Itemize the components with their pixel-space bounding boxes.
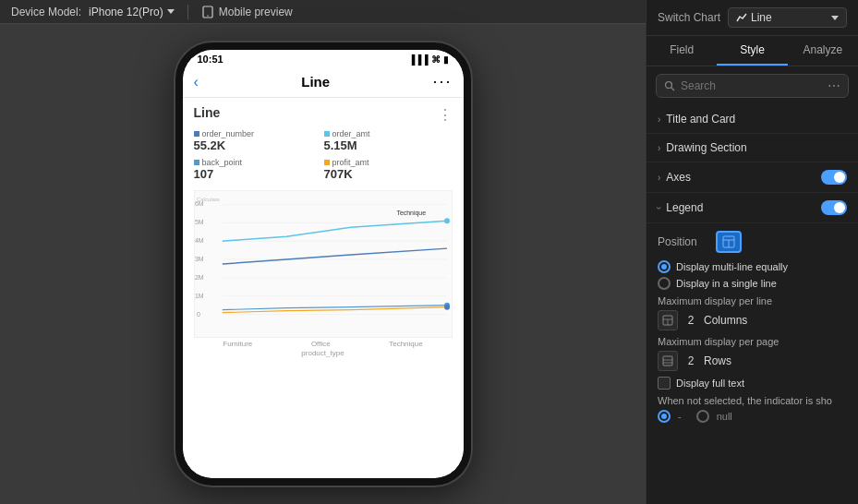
search-icon: [664, 80, 675, 91]
order-amt-value: 5.15M: [324, 138, 453, 152]
chart-heading: Line: [194, 105, 221, 120]
divider: [187, 5, 188, 19]
x-label-office: Office: [311, 340, 331, 348]
back-point-value: 107: [194, 167, 322, 181]
switch-chart-bar: Switch Chart Line: [647, 0, 858, 36]
metric-order-amt: order_amt 5.15M: [324, 127, 453, 154]
chevron-right-icon-3: ›: [658, 173, 660, 183]
position-layout-icon: [722, 235, 735, 248]
metric-order-number: order_number 55.2K: [194, 127, 322, 154]
metric-back-point: back_point 107: [194, 156, 322, 183]
svg-point-1: [207, 15, 208, 16]
device-model-label: Device Model:: [11, 6, 81, 18]
phone-screen: 10:51 ▐▐▐ ⌘ ▮ ‹ Line ··· Line: [183, 50, 464, 478]
legend-toggle[interactable]: [821, 200, 847, 215]
display-full-text-checkbox[interactable]: [658, 377, 671, 390]
search-more-button[interactable]: ⋯: [828, 78, 840, 93]
legend-section: Position Display multi-line equally Disp…: [647, 223, 858, 430]
axes-toggle[interactable]: [821, 170, 847, 185]
tabs-row: Field Style Analyze: [647, 36, 858, 66]
preview-content: 10:51 ▐▐▐ ⌘ ▮ ‹ Line ··· Line: [0, 24, 646, 504]
svg-rect-29: [663, 356, 672, 366]
phone-time: 10:51: [198, 54, 224, 65]
svg-line-22: [671, 88, 674, 90]
section-title-and-card[interactable]: › Title and Card: [647, 105, 858, 134]
svg-text:4M: 4M: [195, 237, 204, 244]
section-drawing-label: Drawing Section: [666, 141, 847, 154]
svg-text:Technique: Technique: [396, 210, 426, 217]
status-icons: ▐▐▐ ⌘ ▮: [408, 54, 448, 65]
tab-style[interactable]: Style: [717, 36, 787, 66]
section-drawing-section[interactable]: › Drawing Section: [647, 134, 858, 162]
switch-chart-label: Switch Chart: [658, 11, 720, 24]
stepper-icon-lines: [658, 310, 678, 330]
null-radio-dash-label: -: [678, 411, 682, 422]
chart-type-chevron: [831, 16, 839, 20]
display-full-text-label: Display full text: [676, 378, 744, 389]
tab-analyze[interactable]: Analyze: [788, 36, 858, 66]
line-chart-icon: [736, 12, 747, 23]
order-number-label: order_number: [202, 129, 255, 138]
section-axes[interactable]: › Axes: [647, 162, 858, 193]
profit-amt-dot: [324, 160, 330, 165]
radio-multi-line-circle[interactable]: [658, 260, 671, 273]
position-icon-button[interactable]: [716, 231, 742, 253]
display-full-text-row[interactable]: Display full text: [658, 377, 847, 390]
radio-multi-line[interactable]: Display multi-line equally: [658, 260, 847, 273]
order-amt-label: order_amt: [332, 129, 370, 138]
phone-mockup: 10:51 ▐▐▐ ⌘ ▮ ‹ Line ··· Line: [175, 42, 471, 486]
back-point-dot: [194, 160, 199, 165]
chart-options-icon[interactable]: ⋮: [438, 106, 453, 124]
null-radio-null-label: null: [717, 411, 732, 422]
section-legend[interactable]: › Legend: [647, 193, 858, 223]
svg-text:2M: 2M: [195, 274, 204, 281]
metric-profit-amt: profit_amt 707K: [324, 156, 453, 183]
search-input[interactable]: [681, 79, 822, 92]
device-model-button[interactable]: iPhone 12(Pro): [89, 6, 175, 18]
back-point-label: back_point: [202, 158, 243, 167]
phone-more-button[interactable]: ···: [432, 72, 452, 91]
position-label: Position: [658, 235, 708, 248]
mobile-preview-button[interactable]: Mobile preview: [201, 6, 293, 18]
metrics-grid: order_number 55.2K order_amt 5.15M: [194, 127, 453, 183]
max-per-page-label: Maximum display per page: [658, 336, 847, 347]
x-label-technique: Technique: [389, 340, 422, 348]
max-per-page-stepper: 2 Rows: [658, 351, 847, 371]
stepper-list-icon: [662, 315, 673, 326]
null-radio-null-circle[interactable]: [696, 410, 709, 423]
svg-text:5M: 5M: [195, 219, 204, 225]
chart-type-label: Line: [751, 11, 772, 24]
stepper-rows-icon: [662, 355, 673, 366]
order-number-value: 55.2K: [194, 138, 322, 152]
max-per-page-suffix: Rows: [704, 354, 731, 367]
chart-area: 6M 5M 4M 3M 2M 1M 0 Calculate Technique: [194, 190, 453, 338]
radio-single-line-circle[interactable]: [658, 277, 671, 290]
radio-single-line[interactable]: Display in a single line: [658, 277, 847, 290]
tab-field[interactable]: Field: [647, 36, 717, 66]
max-per-page-value: 2: [683, 354, 698, 367]
chevron-down-icon: [167, 9, 175, 14]
max-per-line-label: Maximum display per line: [658, 295, 847, 306]
mobile-icon: [201, 6, 214, 18]
battery-icon: ▮: [443, 54, 449, 65]
null-radio-dash-circle[interactable]: [658, 410, 671, 423]
svg-point-20: [444, 305, 450, 310]
phone-content: Line ⋮ order_number 55.2K: [183, 98, 464, 478]
section-legend-label: Legend: [666, 201, 821, 214]
svg-text:0: 0: [196, 311, 199, 318]
chevron-right-icon: ›: [658, 114, 660, 125]
top-bar: Device Model: iPhone 12(Pro) Mobile prev…: [0, 0, 646, 24]
chevron-right-icon-2: ›: [658, 143, 660, 153]
svg-point-21: [666, 82, 672, 89]
position-row: Position: [658, 231, 847, 253]
signal-icon: ▐▐▐: [408, 54, 428, 65]
max-per-line-value: 2: [683, 314, 698, 327]
when-not-selected-label: When not selected, the indicator is sho: [658, 395, 847, 406]
x-label-furniture: Furniture: [223, 340, 252, 348]
phone-back-button[interactable]: ‹: [194, 74, 199, 90]
svg-point-18: [444, 218, 450, 223]
line-chart-svg: 6M 5M 4M 3M 2M 1M 0 Calculate Technique: [195, 191, 452, 337]
section-title-and-card-label: Title and Card: [666, 113, 847, 126]
chart-type-button[interactable]: Line: [728, 7, 847, 28]
wifi-icon: ⌘: [431, 54, 441, 65]
